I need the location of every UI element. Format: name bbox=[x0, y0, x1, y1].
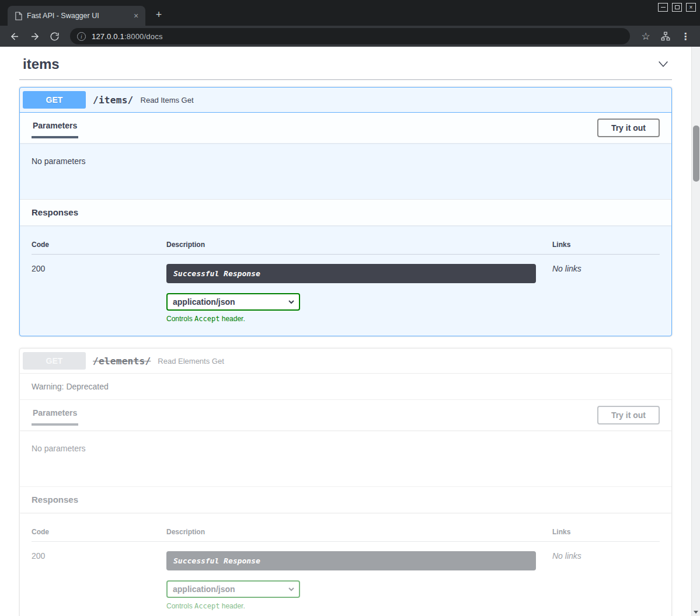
response-row: 200 Successful Response application/json bbox=[32, 255, 660, 323]
media-type-control: application/json bbox=[166, 293, 300, 311]
accept-note-suffix: header. bbox=[220, 315, 245, 323]
col-description: Description bbox=[166, 241, 552, 249]
response-description: Successful Response bbox=[166, 551, 536, 570]
response-description: Successful Response bbox=[166, 264, 536, 283]
try-it-out-button[interactable]: Try it out bbox=[597, 119, 660, 137]
op-summary: Read Items Get bbox=[141, 96, 194, 105]
sitemap-icon[interactable] bbox=[658, 29, 673, 44]
status-code: 200 bbox=[32, 551, 166, 561]
response-description-cell: Successful Response application/json bbox=[166, 264, 552, 323]
no-parameters-text: No parameters bbox=[32, 444, 86, 453]
accept-note-prefix: Controls bbox=[166, 315, 194, 323]
parameters-body: No parameters bbox=[20, 143, 671, 199]
back-button[interactable] bbox=[7, 29, 22, 44]
accept-note-code: Accept bbox=[194, 602, 220, 610]
parameters-title: Parameters bbox=[32, 405, 78, 426]
url-host: 127.0.0.1 bbox=[92, 32, 124, 41]
col-code: Code bbox=[32, 241, 166, 249]
maximize-icon bbox=[675, 5, 680, 9]
op-summary: Read Elements Get bbox=[158, 357, 224, 366]
browser-tab[interactable]: Fast API - Swagger UI × bbox=[8, 6, 145, 26]
maximize-button[interactable] bbox=[672, 3, 682, 12]
opblock-summary[interactable]: GET /items/ Read Items Get bbox=[20, 88, 671, 113]
deprecated-warning: Warning: Deprecated bbox=[20, 374, 671, 400]
tab-title: Fast API - Swagger UI bbox=[27, 12, 127, 20]
method-badge: GET bbox=[23, 91, 86, 109]
reload-icon[interactable] bbox=[47, 29, 62, 44]
forward-button[interactable] bbox=[27, 29, 42, 44]
window-titlebar: Fast API - Swagger UI × + × bbox=[0, 0, 700, 26]
close-button[interactable]: × bbox=[686, 3, 696, 12]
deprecated-warning-text: Warning: Deprecated bbox=[32, 382, 109, 391]
opblock-summary[interactable]: GET /elements/ Read Elements Get bbox=[20, 349, 671, 374]
responses-table: Code Description Links 200 Successful Re… bbox=[20, 225, 671, 336]
accept-note-suffix: header. bbox=[220, 602, 245, 610]
parameters-header: Parameters Try it out bbox=[20, 400, 671, 430]
address-bar[interactable]: i 127.0.0.1:8000/docs bbox=[70, 28, 630, 44]
response-row: 200 Successful Response application/json bbox=[32, 542, 660, 610]
tab-close-icon[interactable]: × bbox=[131, 11, 141, 20]
swagger-page: items GET /items/ Read Items Get Paramet… bbox=[0, 47, 691, 616]
responses-header: Responses bbox=[20, 486, 671, 513]
site-info-icon[interactable]: i bbox=[77, 32, 86, 41]
scrollbar-down-icon[interactable] bbox=[694, 611, 698, 614]
responses-table: Code Description Links 200 Successful Re… bbox=[20, 513, 671, 616]
responses-table-head: Code Description Links bbox=[32, 524, 660, 542]
opblock-get-elements-deprecated: GET /elements/ Read Elements Get Warning… bbox=[19, 348, 672, 616]
page-viewport: items GET /items/ Read Items Get Paramet… bbox=[0, 47, 700, 616]
new-tab-button[interactable]: + bbox=[152, 8, 166, 22]
col-links: Links bbox=[552, 528, 660, 536]
parameters-header: Parameters Try it out bbox=[20, 113, 671, 143]
scrollbar-thumb[interactable] bbox=[693, 126, 699, 182]
links-value: No links bbox=[552, 264, 660, 273]
responses-title: Responses bbox=[32, 207, 78, 217]
col-links: Links bbox=[552, 241, 660, 249]
url-path: :8000/docs bbox=[124, 32, 163, 41]
media-type-control: application/json bbox=[166, 580, 300, 598]
accept-note-prefix: Controls bbox=[166, 602, 194, 610]
bookmark-star-icon[interactable]: ☆ bbox=[638, 29, 653, 44]
minimize-icon bbox=[661, 7, 666, 8]
scrollbar[interactable] bbox=[691, 47, 700, 616]
status-code: 200 bbox=[32, 264, 166, 273]
responses-table-head: Code Description Links bbox=[32, 237, 660, 255]
responses-title: Responses bbox=[32, 495, 78, 504]
browser-window: Fast API - Swagger UI × + × bbox=[0, 0, 700, 616]
window-controls: × bbox=[658, 3, 696, 12]
parameters-body: No parameters bbox=[20, 430, 671, 486]
links-value: No links bbox=[552, 551, 660, 561]
browser-toolbar: i 127.0.0.1:8000/docs ☆ ⋮ bbox=[0, 26, 700, 47]
menu-icon[interactable]: ⋮ bbox=[678, 29, 693, 44]
url-text: 127.0.0.1:8000/docs bbox=[92, 32, 163, 41]
accept-note-code: Accept bbox=[194, 315, 220, 323]
col-description: Description bbox=[166, 528, 552, 536]
media-type-select[interactable]: application/json bbox=[166, 580, 300, 598]
op-path: /elements/ bbox=[93, 356, 151, 367]
chevron-down-icon[interactable] bbox=[657, 58, 670, 71]
section-title: items bbox=[23, 56, 60, 72]
col-code: Code bbox=[32, 528, 166, 536]
parameters-title: Parameters bbox=[32, 117, 78, 138]
no-parameters-text: No parameters bbox=[32, 156, 86, 166]
response-description-cell: Successful Response application/json bbox=[166, 551, 552, 610]
responses-header: Responses bbox=[20, 199, 671, 225]
media-type-select[interactable]: application/json bbox=[166, 293, 300, 311]
minimize-button[interactable] bbox=[658, 3, 668, 12]
opblock-get-items: GET /items/ Read Items Get Parameters Tr… bbox=[19, 87, 672, 336]
method-badge: GET bbox=[23, 352, 86, 370]
page-favicon-icon bbox=[15, 12, 22, 20]
op-path: /items/ bbox=[93, 95, 134, 106]
accept-header-note: Controls Accept header. bbox=[166, 315, 552, 323]
try-it-out-button[interactable]: Try it out bbox=[597, 406, 660, 424]
tag-section-header[interactable]: items bbox=[19, 49, 672, 80]
accept-header-note: Controls Accept header. bbox=[166, 602, 552, 610]
close-icon: × bbox=[689, 5, 693, 11]
